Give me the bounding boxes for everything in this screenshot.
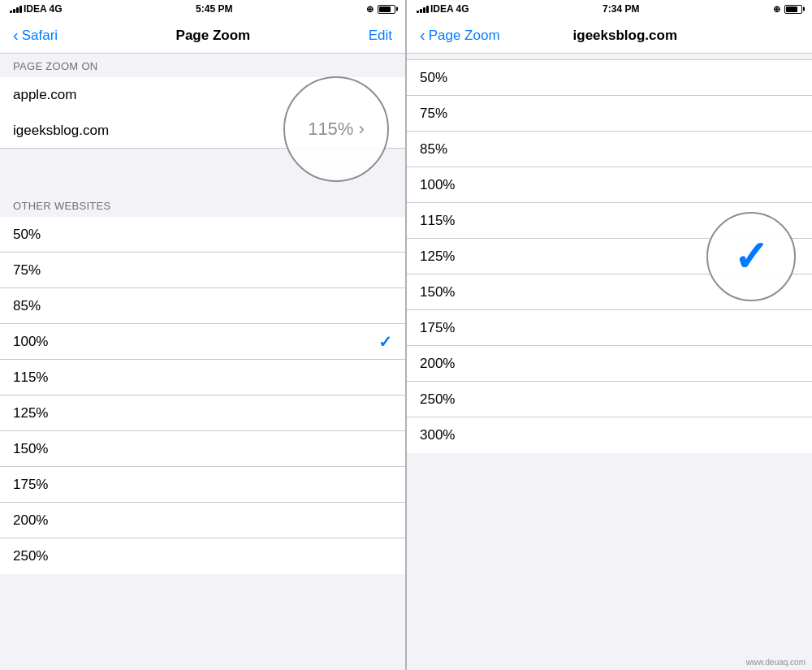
zoom-option-175-right[interactable]: 175% (407, 310, 812, 346)
left-back-button[interactable]: ‹ Safari (13, 28, 58, 44)
apple-com-row[interactable]: apple.com (0, 77, 405, 113)
right-back-button[interactable]: ‹ Page Zoom (420, 28, 500, 44)
r-zoom-250-label: 250% (420, 391, 455, 408)
page-zoom-sites-list: apple.com igeeksblog.com 115% › (0, 77, 405, 149)
right-time: 7:34 PM (603, 3, 639, 15)
zoom-175-label: 175% (13, 477, 48, 493)
zoom-200-label: 200% (13, 512, 48, 529)
zoom-option-85-left[interactable]: 85% (0, 288, 405, 324)
section-other-websites: OTHER WEBSITES (0, 193, 405, 217)
zoom-125-label: 125% (13, 405, 48, 421)
left-carrier: IDEA 4G (10, 3, 63, 15)
zoom-option-250-right[interactable]: 250% (407, 382, 812, 417)
zoom-option-250-left[interactable]: 250% (0, 538, 405, 574)
zoom-option-100-left[interactable]: 100% ✓ (0, 324, 405, 360)
left-nav-title: Page Zoom (176, 28, 251, 44)
right-nav-bar: ‹ Page Zoom igeeksblog.com (407, 18, 812, 54)
big-checkmark-icon: ✓ (733, 236, 769, 278)
zoom-option-50-left[interactable]: 50% (0, 217, 405, 253)
selected-zoom-circle: ✓ (706, 212, 796, 301)
right-separator (407, 54, 812, 60)
zoom-50-label: 50% (13, 227, 41, 243)
zoom-option-75-left[interactable]: 75% (0, 253, 405, 288)
right-signal-bar-1 (417, 11, 419, 13)
location-icon: ⊕ (366, 4, 374, 15)
zoom-option-50-right[interactable]: 50% (407, 60, 812, 96)
battery-icon (378, 5, 395, 14)
left-back-label: Safari (22, 28, 58, 44)
igeeksblog-row-container: igeeksblog.com 115% › (0, 113, 405, 149)
right-battery-fill (786, 6, 797, 12)
right-signal-bar-4 (426, 6, 429, 13)
zoom-option-85-right[interactable]: 85% (407, 132, 812, 167)
zoom-150-label: 150% (13, 441, 48, 457)
right-signal-bar-3 (423, 7, 425, 13)
r-zoom-115-label: 115% (420, 213, 455, 229)
r-zoom-75-label: 75% (420, 106, 447, 122)
r-zoom-175-label: 175% (420, 320, 455, 336)
right-carrier-name: IDEA 4G (430, 3, 469, 15)
zoom-85-label: 85% (13, 298, 41, 314)
zoom-100-checkmark: ✓ (378, 332, 392, 352)
watermark: www.deuaq.com (746, 658, 806, 667)
right-signal-bar-2 (420, 9, 422, 13)
right-status-bar: IDEA 4G 7:34 PM ⊕ (407, 0, 812, 18)
signal-bar-1 (10, 11, 12, 13)
r-zoom-50-label: 50% (420, 70, 447, 86)
right-signal-bars (417, 5, 429, 13)
left-status-bar: IDEA 4G 5:45 PM ⊕ (0, 0, 405, 18)
zoom-options-list: 50% 75% 85% 100% 115% 125% ✓ 150% 175% (407, 60, 812, 453)
zoom-option-300-right[interactable]: 300% (407, 417, 812, 453)
right-back-label: Page Zoom (429, 28, 500, 44)
zoom-100-label: 100% (13, 334, 48, 350)
zoom-option-75-right[interactable]: 75% (407, 96, 812, 132)
left-status-icons: ⊕ (366, 4, 395, 15)
left-nav-bar: ‹ Safari Page Zoom Edit (0, 18, 405, 54)
zoom-75-label: 75% (13, 262, 41, 279)
zoom-option-100-right[interactable]: 100% (407, 167, 812, 203)
zoom-option-125-right[interactable]: 125% ✓ (407, 239, 812, 274)
zoom-option-150-left[interactable]: 150% (0, 431, 405, 467)
zoom-250-label: 250% (13, 548, 48, 564)
zoom-115-label: 115% (13, 370, 48, 386)
zoom-option-125-left[interactable]: 125% (0, 396, 405, 431)
signal-bar-3 (16, 7, 19, 13)
section-page-zoom-on: PAGE ZOOM ON (0, 54, 405, 77)
igeeksblog-com-label: igeeksblog.com (13, 123, 109, 139)
right-carrier: IDEA 4G (417, 3, 469, 15)
right-battery-icon (784, 5, 802, 14)
r-zoom-150-label: 150% (420, 284, 455, 300)
left-edit-button[interactable]: Edit (369, 28, 392, 44)
signal-bar-4 (19, 6, 22, 13)
back-chevron-icon: ‹ (13, 27, 19, 43)
r-zoom-300-label: 300% (420, 427, 455, 443)
left-time: 5:45 PM (196, 3, 232, 15)
r-zoom-85-label: 85% (420, 141, 447, 158)
other-websites-list: 50% 75% 85% 100% ✓ 115% 125% 150% 175% 2… (0, 217, 405, 574)
r-zoom-125-label: 125% (420, 249, 455, 265)
r-zoom-100-label: 100% (420, 177, 455, 193)
right-back-chevron-icon: ‹ (420, 27, 425, 43)
signal-bar-2 (13, 9, 15, 13)
right-status-icons: ⊕ (773, 4, 802, 15)
igeeksblog-com-row[interactable]: igeeksblog.com (0, 113, 405, 149)
zoom-option-175-left[interactable]: 175% (0, 467, 405, 503)
battery-fill (379, 6, 391, 12)
r-zoom-200-label: 200% (420, 356, 455, 372)
apple-com-label: apple.com (13, 87, 76, 103)
zoom-option-200-left[interactable]: 200% (0, 503, 405, 538)
signal-bars (10, 5, 22, 13)
right-phone-panel: IDEA 4G 7:34 PM ⊕ ‹ Page Zoom igeeksblog… (406, 0, 812, 670)
left-phone-panel: IDEA 4G 5:45 PM ⊕ ‹ Safari Page Zoom Edi… (0, 0, 406, 670)
right-nav-title: igeeksblog.com (573, 28, 677, 44)
zoom-option-115-left[interactable]: 115% (0, 360, 405, 396)
zoom-option-200-right[interactable]: 200% (407, 346, 812, 382)
right-location-icon: ⊕ (773, 4, 780, 15)
apple-row-container: apple.com (0, 77, 405, 113)
left-carrier-name: IDEA 4G (24, 3, 63, 15)
